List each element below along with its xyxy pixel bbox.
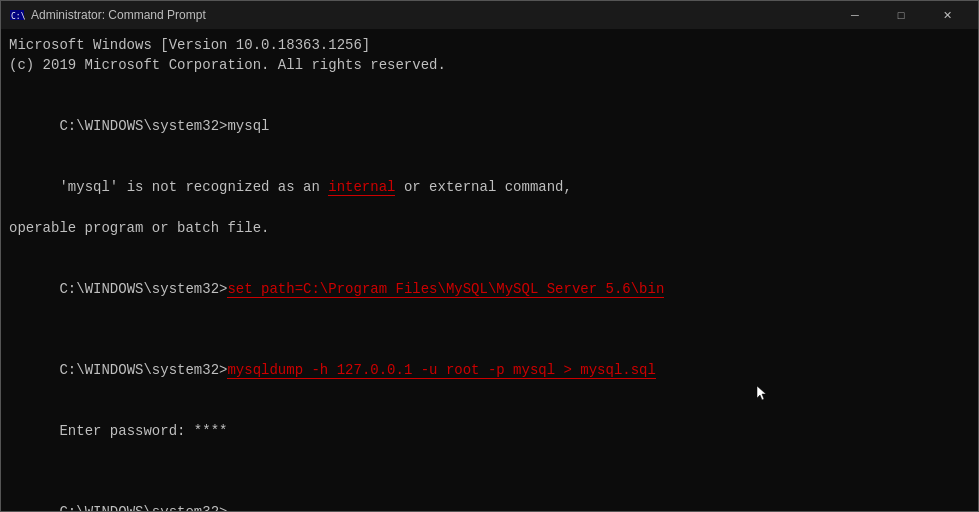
window-title: Administrator: Command Prompt <box>31 8 832 22</box>
mouse-cursor <box>756 385 768 401</box>
input-line-mysqldump: C:\WINDOWS\system32>mysqldump -h 127.0.0… <box>9 339 970 400</box>
prompt-1: C:\WINDOWS\system32> <box>59 118 227 134</box>
title-bar: C:\ Administrator: Command Prompt ─ □ ✕ <box>1 1 978 29</box>
blank-line-4 <box>9 461 970 481</box>
prompt-4: C:\WINDOWS\system32> <box>59 504 227 511</box>
blank-line-3 <box>9 319 970 339</box>
prompt-2: C:\WINDOWS\system32> <box>59 281 227 297</box>
cmd-mysql: mysql <box>227 118 269 134</box>
output-line-1: Microsoft Windows [Version 10.0.18363.12… <box>9 35 970 55</box>
cmd-setpath: set path=C:\Program Files\MySQL\MySQL Se… <box>227 281 664 298</box>
error-text-1b: or external command, <box>395 179 571 195</box>
input-line-setpath: C:\WINDOWS\system32>set path=C:\Program … <box>9 258 970 319</box>
error-line-1: 'mysql' is not recognized as an internal… <box>9 157 970 218</box>
password-label: Enter password: <box>59 423 193 439</box>
svg-marker-3 <box>757 386 766 400</box>
terminal-body[interactable]: Microsoft Windows [Version 10.0.18363.12… <box>1 29 978 511</box>
close-button[interactable]: ✕ <box>924 1 970 29</box>
error-text-1: 'mysql' is not recognized as an <box>59 179 328 195</box>
maximize-button[interactable]: □ <box>878 1 924 29</box>
error-line-2: operable program or batch file. <box>9 218 970 238</box>
final-prompt-line: C:\WINDOWS\system32> <box>9 482 970 511</box>
minimize-button[interactable]: ─ <box>832 1 878 29</box>
cmd-mysqldump: mysqldump -h 127.0.0.1 -u root -p mysql … <box>227 362 655 379</box>
command-prompt-window: C:\ Administrator: Command Prompt ─ □ ✕ … <box>0 0 979 512</box>
blank-line-1 <box>9 76 970 96</box>
error-underline-internal: internal <box>328 179 395 196</box>
svg-text:C:\: C:\ <box>11 12 25 21</box>
password-line: Enter password: **** <box>9 400 970 461</box>
blank-line-2 <box>9 238 970 258</box>
window-controls: ─ □ ✕ <box>832 1 970 29</box>
cmd-icon: C:\ <box>9 7 25 23</box>
password-value: **** <box>194 423 228 439</box>
prompt-3: C:\WINDOWS\system32> <box>59 362 227 378</box>
input-line-mysql: C:\WINDOWS\system32>mysql <box>9 96 970 157</box>
output-line-2: (c) 2019 Microsoft Corporation. All righ… <box>9 55 970 75</box>
